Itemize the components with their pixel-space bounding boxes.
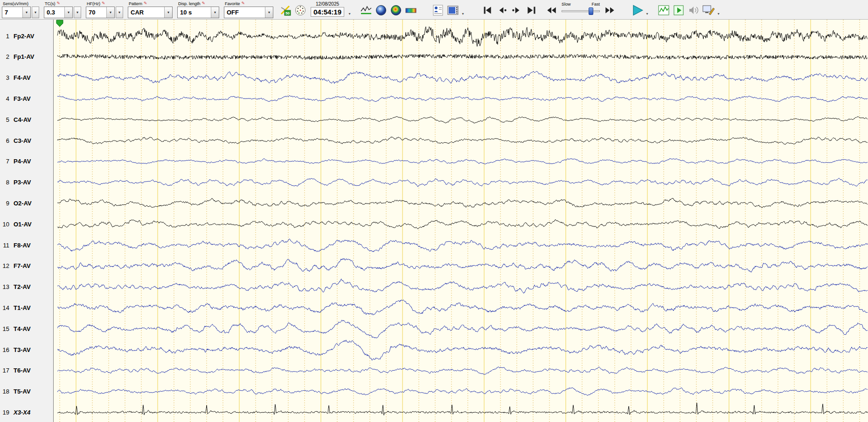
play-button[interactable] [630,3,645,18]
channel-number: 3 [0,74,9,81]
channel-number: 7 [0,158,9,165]
channel-number: 8 [0,179,9,186]
channel-label-row[interactable]: 19X3-X4 [0,408,53,417]
chevron-down-icon[interactable]: ▾ [106,7,114,18]
field-favorite: Favorite✎OFF▾ [224,0,273,18]
tc-extra-dropdown[interactable]: ▾ [74,7,81,18]
chevron-down-icon[interactable]: ▾ [64,7,72,18]
amplitude-map-button[interactable] [374,3,389,18]
electrode-map-button[interactable] [293,3,308,18]
channel-name: X3-X4 [14,409,30,416]
eeg-trace-canvas[interactable] [54,20,868,422]
channel-number: 16 [0,346,9,353]
edit-pencil-icon[interactable]: ✎ [57,1,61,6]
video-button[interactable] [445,3,460,18]
hf-extra-dropdown[interactable]: ▾ [116,7,123,18]
time-display: 04:54:19 [311,7,344,17]
channel-label-row[interactable]: 12F7-AV [0,261,53,271]
channel-number: 5 [0,116,9,123]
channel-label-row[interactable]: 15T4-AV [0,324,53,333]
colorbar-button[interactable] [403,3,418,18]
disp_length-label: Disp. length [178,1,201,6]
overview-trend-button[interactable] [656,3,671,18]
trend-view-button[interactable] [359,3,374,18]
channel-label-row[interactable]: 13T2-AV [0,282,53,292]
audio-button[interactable] [686,3,701,18]
skip-to-end-button[interactable] [524,3,539,18]
field-tc: TC(s)✎0.3▾▾ [44,0,81,18]
chevron-down-icon[interactable]: ▾ [164,7,172,18]
channel-label-row[interactable]: 14T1-AV [0,303,53,312]
channel-label-row[interactable]: 2Fp1-AV [0,52,53,62]
channel-label-row[interactable]: 10O1-AV [0,219,53,229]
speed-slider-track [562,10,600,12]
speed-slider-thumb[interactable] [589,7,593,15]
patient-info-button[interactable] [431,3,445,18]
chevron-down-icon[interactable]: ▾ [265,7,273,18]
channel-number: 1 [0,33,9,40]
tc-combobox[interactable]: 0.3▾ [44,7,73,18]
sens-extra-dropdown[interactable]: ▾ [32,7,39,18]
channel-name: C3-AV [14,137,31,144]
step-forward-button[interactable] [509,3,524,18]
rewind-button[interactable] [544,3,559,18]
edit-pencil-icon[interactable]: ✎ [144,1,147,6]
channel-name: C4-AV [14,116,31,123]
channel-label-row[interactable]: 3F4-AV [0,73,53,83]
channel-number: 17 [0,367,9,374]
edit-pencil-icon[interactable]: ✎ [202,1,206,6]
favorite-combobox[interactable]: OFF▾ [224,7,273,18]
toolbar-overflow-arrow[interactable]: ▾ [716,0,721,17]
channel-label-row[interactable]: 18T5-AV [0,387,53,396]
channel-number: 6 [0,137,9,144]
channel-label-row[interactable]: 4F3-AV [0,94,53,103]
chevron-down-icon[interactable]: ▾ [211,7,219,18]
channel-label-row[interactable]: 17T6-AV [0,366,53,375]
notch-filter-button[interactable]: 50 [278,3,293,18]
sens-value: 7 [2,9,22,16]
skip-to-start-button[interactable] [479,3,494,18]
disp_length-combobox[interactable]: 10 s▾ [177,7,219,18]
start-review-button[interactable] [671,3,686,18]
fast-forward-button[interactable] [603,3,618,18]
frequency-map-button[interactable] [389,3,403,18]
channel-label-row[interactable]: 9O2-AV [0,198,53,208]
chevron-down-icon[interactable]: ▾ [22,7,30,18]
sens-combobox[interactable]: 7▾ [2,7,31,18]
hf-label: HF(Hz) [87,1,100,6]
report-button[interactable] [701,3,716,18]
channel-label-row[interactable]: 6C3-AV [0,136,53,145]
channel-name: P4-AV [14,158,31,165]
toolbar-fields: Sens(uV/mm)7▾▾TC(s)✎0.3▾▾HF(Hz)✎70▾▾Patt… [2,0,278,18]
edit-pencil-icon[interactable]: ✎ [242,1,245,6]
toolbar-overflow-arrow[interactable]: ▾ [347,0,352,17]
channel-name: Fp2-AV [14,33,35,40]
pattern-value: CAR [128,9,164,16]
channel-label-row[interactable]: 1Fp2-AV [0,31,53,41]
channel-number: 18 [0,388,9,395]
channel-label-row[interactable]: 11F8-AV [0,240,53,250]
toolbar-overflow-arrow[interactable]: ▾ [460,0,465,17]
hf-combobox[interactable]: 70▾ [86,7,115,18]
channel-name: F8-AV [14,242,31,249]
channel-label-row[interactable]: 8P3-AV [0,178,53,187]
toolbar-overflow-arrow[interactable]: ▾ [645,0,650,17]
step-back-button[interactable] [494,3,509,18]
speed-fast-label: Fast [592,2,600,7]
channel-label-row[interactable]: 16T3-AV [0,345,53,354]
eeg-workspace: 1Fp2-AV2Fp1-AV3F4-AV4F3-AV5C4-AV6C3-AV7P… [0,20,868,422]
speed-control: Slow Fast [561,2,601,15]
channel-label-row[interactable]: 7P4-AV [0,157,53,166]
channel-name: T3-AV [14,346,31,353]
channel-name: P3-AV [14,179,31,186]
channel-label-row[interactable]: 5C4-AV [0,115,53,124]
speed-slider[interactable] [561,7,601,15]
hf-value: 70 [86,9,106,16]
channel-name: O2-AV [14,200,32,207]
channel-name: T5-AV [14,388,31,395]
channel-name: O1-AV [14,221,32,228]
field-sens: Sens(uV/mm)7▾▾ [2,0,39,18]
edit-pencil-icon[interactable]: ✎ [102,1,105,6]
pattern-combobox[interactable]: CAR▾ [128,7,173,18]
tc-label: TC(s) [45,1,56,6]
